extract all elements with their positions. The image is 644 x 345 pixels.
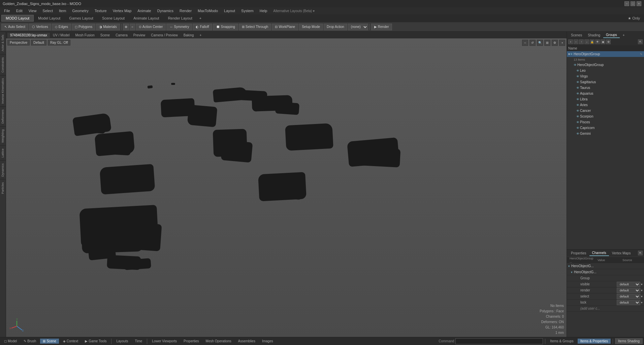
viewport-icon-1[interactable]: ↔ — [522, 40, 528, 46]
tree-item-pisces[interactable]: 👁 Pisces — [567, 119, 644, 125]
tab-modo-layout[interactable]: MODO Layout — [1, 15, 34, 22]
menu-layout[interactable]: Layout — [221, 8, 238, 13]
props-expand-button[interactable]: ⇱ — [638, 251, 643, 255]
menu-vertexmap[interactable]: Vertex Map — [110, 8, 134, 13]
tree-item-capricorn[interactable]: 👁 Capricorn — [567, 125, 644, 131]
viewport-icon-4[interactable]: ⊞ — [544, 40, 550, 46]
props-lock-arrow[interactable]: ▾ — [641, 301, 643, 304]
props-select-dropdown[interactable]: default — [617, 294, 640, 299]
drop-action-button[interactable]: Drop Action — [324, 24, 347, 30]
sidebar-weighting[interactable]: Weighting — [0, 126, 6, 146]
bot-tab-assemblies[interactable]: Assemblies — [235, 339, 258, 344]
scene-lock-button[interactable]: 🔒 — [590, 39, 594, 44]
sidebar-actor-sels[interactable]: Actor & Sels — [0, 32, 6, 54]
bot-tab-context[interactable]: ◈ Context — [60, 339, 81, 344]
scene-vis-button[interactable]: 👁 — [595, 39, 600, 44]
menu-texture[interactable]: Texture — [92, 8, 109, 13]
edges-button[interactable]: ◇ Edges — [52, 24, 71, 30]
auto-select-button[interactable]: ↖ Auto Select — [1, 24, 28, 30]
props-row-add-user[interactable]: (add user c... — [567, 306, 644, 312]
render-button[interactable]: ▶ Render — [371, 24, 392, 30]
perspective-dropdown[interactable]: Perspective — [7, 40, 30, 45]
vp-tab-uv[interactable]: UV / Model — [50, 33, 72, 38]
props-row-lock[interactable]: lock default ▾ — [567, 300, 644, 306]
sym-icon-2[interactable]: ○ — [130, 24, 135, 30]
rp-tab-shading[interactable]: Shading — [585, 33, 603, 38]
props-visible-dropdown[interactable]: default — [617, 282, 640, 287]
tab-games-layout[interactable]: Games Layout — [65, 15, 98, 22]
rp-tab-scenes[interactable]: Scenes — [568, 33, 585, 38]
scene-down-button[interactable]: ↓ — [584, 39, 589, 44]
tree-item-gemini[interactable]: 👁 Gemini — [567, 131, 644, 136]
rp-tab-add[interactable]: + — [620, 33, 627, 38]
bot-tab-scene[interactable]: ⊞ Scene — [40, 339, 59, 344]
tree-item-heroobjectgroup[interactable]: 👁 HeroObjectGroup — [567, 62, 644, 68]
bot-tab-lower-viewports[interactable]: Lower Viewports — [149, 339, 180, 344]
bot-tab-layouts[interactable]: Layouts — [114, 339, 131, 344]
bot-tab-properties[interactable]: Properties — [181, 339, 202, 344]
scene-add-button[interactable]: + — [568, 39, 573, 44]
menu-view[interactable]: View — [26, 8, 39, 13]
falloff-button[interactable]: ◐ Falloff — [193, 24, 212, 30]
bot-tab-items-properties[interactable]: Items & Properties — [578, 339, 611, 344]
props-render-dropdown[interactable]: default — [617, 288, 640, 293]
bot-tab-mesh-ops[interactable]: Mesh Operations — [203, 339, 234, 344]
bot-tab-model[interactable]: ◻ Model — [1, 339, 20, 344]
menu-help[interactable]: Help — [257, 8, 270, 13]
sidebar-deformers[interactable]: Deformers — [0, 106, 6, 126]
menu-select[interactable]: Select — [40, 8, 56, 13]
snapping-button[interactable]: 🔲 Snapping — [213, 24, 238, 30]
add-layout-tab-button[interactable]: + — [197, 15, 204, 21]
vp-tab-preview[interactable]: Preview — [131, 33, 148, 38]
sidebar-particles[interactable]: Particles — [0, 179, 6, 197]
props-tab-vertex-maps[interactable]: Vertex Maps — [609, 251, 634, 256]
tab-animate-layout[interactable]: Animate Layout — [129, 15, 163, 22]
polygons-button[interactable]: ◻ Polygons — [72, 24, 95, 30]
vp-tab-main[interactable]: 97484630199:lay-unmax — [7, 33, 50, 38]
3d-viewport[interactable]: Perspective Default Ray GL: Off ↔ ↺ 🔍 ⊞ … — [6, 38, 567, 337]
menu-file[interactable]: File — [1, 8, 13, 13]
props-tab-properties[interactable]: Properties — [568, 251, 589, 256]
scene-settings-button[interactable]: ⚙ — [606, 39, 611, 44]
bot-tab-items-groups[interactable]: Items & Groups — [547, 339, 576, 344]
workplane-button[interactable]: ⊟ WorkPlane — [272, 24, 298, 30]
props-render-arrow[interactable]: ▾ — [641, 289, 643, 292]
tab-model-layout[interactable]: Model Layout — [34, 15, 65, 22]
sidebar-lattice[interactable]: Lattice — [0, 146, 6, 160]
menu-system[interactable]: System — [238, 8, 256, 13]
menu-maxtomodo[interactable]: MaxToModo — [195, 8, 221, 13]
default-dropdown[interactable]: Default — [31, 40, 46, 45]
action-dropdown[interactable]: (none) — [348, 24, 368, 30]
menu-edit[interactable]: Edit — [13, 8, 25, 13]
menu-render[interactable]: Render — [177, 8, 194, 13]
props-visible-arrow[interactable]: ▾ — [641, 283, 643, 286]
sym-icon-1[interactable]: ⊕ — [123, 24, 129, 30]
tree-item-aquarius[interactable]: 👁 Aquarius — [567, 91, 644, 96]
symmetry-button[interactable]: ↔ Symmetry — [166, 24, 192, 30]
vp-tab-add[interactable]: + — [197, 33, 204, 38]
minimize-button[interactable]: − — [624, 1, 629, 6]
props-row-select[interactable]: select default ▾ — [567, 293, 644, 300]
viewport-icon-5[interactable]: ⚙ — [552, 40, 558, 46]
tree-item-cancer[interactable]: 👁 Cancer — [567, 108, 644, 114]
vp-tab-baking[interactable]: Baking — [181, 33, 197, 38]
bot-tab-game-tools[interactable]: ▶ Game Tools — [82, 339, 109, 344]
tree-item-hero-root[interactable]: ▾ 👁 HeroObjectGroup ✎ — [567, 51, 644, 57]
menu-geometry[interactable]: Geometry — [69, 8, 91, 13]
sidebar-ik[interactable]: Inverse Kinematics — [0, 75, 6, 106]
select-through-button[interactable]: ⊞ Select Through — [239, 24, 271, 30]
vp-tab-scene[interactable]: Scene — [98, 33, 112, 38]
tree-item-sagittarius[interactable]: 👁 Sagittarius — [567, 79, 644, 85]
alternative-layouts-dropdown[interactable]: Alternative Layouts (Beta) ▾ — [273, 9, 315, 13]
viewport-icon-6[interactable]: ▪ — [559, 40, 565, 46]
menu-dynamics[interactable]: Dynamics — [155, 8, 176, 13]
props-row-visible[interactable]: visible default ▾ — [567, 281, 644, 287]
setup-mode-button[interactable]: Setup Mode — [299, 24, 323, 30]
sidebar-constraints[interactable]: Constraints — [0, 54, 6, 75]
vp-tab-meshfusion[interactable]: Mesh Fusion — [73, 33, 97, 38]
scene-up-button[interactable]: ↑ — [579, 39, 584, 44]
tree-item-scorpion[interactable]: 👁 Scorpion — [567, 114, 644, 119]
menu-animate[interactable]: Animate — [135, 8, 154, 13]
props-lock-dropdown[interactable]: default — [617, 300, 640, 305]
materials-button[interactable]: ◑ Materials — [96, 24, 120, 30]
